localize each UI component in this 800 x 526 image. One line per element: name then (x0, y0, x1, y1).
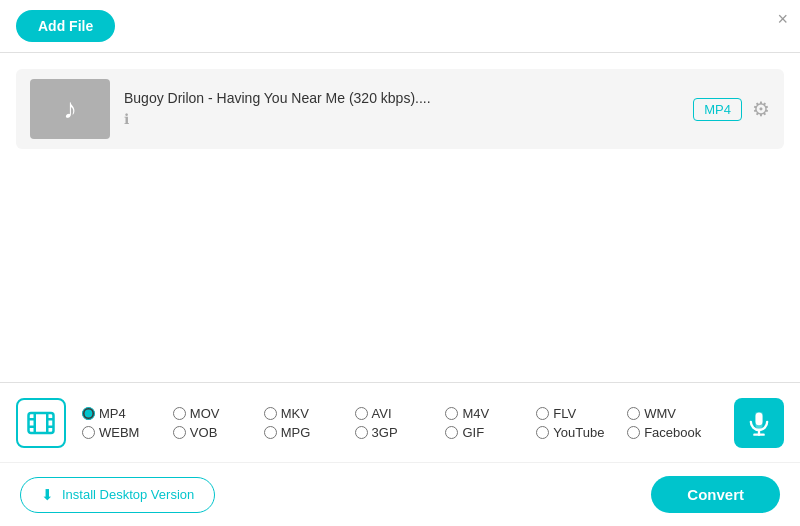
option-avi[interactable]: AVI (355, 406, 446, 421)
audio-icon (745, 409, 773, 437)
option-flv[interactable]: FLV (536, 406, 627, 421)
option-mkv[interactable]: MKV (264, 406, 355, 421)
option-wmv[interactable]: WMV (627, 406, 718, 421)
option-vob[interactable]: VOB (173, 425, 264, 440)
file-item: ♪ Bugoy Drilon - Having You Near Me (320… (16, 69, 784, 149)
file-actions: MP4 ⚙ (693, 97, 770, 121)
option-mp4[interactable]: MP4 (82, 406, 173, 421)
option-facebook[interactable]: Facebook (627, 425, 718, 440)
convert-button[interactable]: Convert (651, 476, 780, 513)
music-icon: ♪ (63, 93, 77, 125)
format-badge[interactable]: MP4 (693, 98, 742, 121)
film-icon (16, 398, 66, 448)
option-mpg[interactable]: MPG (264, 425, 355, 440)
option-3gp[interactable]: 3GP (355, 425, 446, 440)
format-options: MP4 MOV MKV AVI M4V FLV WMV WEBM VOB MPG (82, 406, 718, 440)
settings-icon[interactable]: ⚙ (752, 97, 770, 121)
install-desktop-button[interactable]: ⬇ Install Desktop Version (20, 477, 215, 513)
format-panel: MP4 MOV MKV AVI M4V FLV WMV WEBM VOB MPG (0, 382, 800, 462)
add-file-button[interactable]: Add File (16, 10, 115, 42)
option-mov[interactable]: MOV (173, 406, 264, 421)
footer-bar: ⬇ Install Desktop Version Convert (0, 462, 800, 526)
svg-rect-0 (29, 413, 54, 433)
svg-rect-7 (756, 412, 763, 425)
file-thumbnail: ♪ (30, 79, 110, 139)
top-bar: Add File × (0, 0, 800, 53)
option-gif[interactable]: GIF (445, 425, 536, 440)
download-icon: ⬇ (41, 486, 54, 504)
option-webm[interactable]: WEBM (82, 425, 173, 440)
install-label: Install Desktop Version (62, 487, 194, 502)
option-youtube[interactable]: YouTube (536, 425, 627, 440)
film-svg (26, 408, 56, 438)
audio-icon-box[interactable] (734, 398, 784, 448)
file-name: Bugoy Drilon - Having You Near Me (320 k… (124, 90, 693, 106)
close-button[interactable]: × (777, 10, 788, 28)
info-icon[interactable]: ℹ (124, 111, 129, 127)
option-m4v[interactable]: M4V (445, 406, 536, 421)
file-list: ♪ Bugoy Drilon - Having You Near Me (320… (0, 53, 800, 165)
file-info: Bugoy Drilon - Having You Near Me (320 k… (124, 90, 693, 128)
